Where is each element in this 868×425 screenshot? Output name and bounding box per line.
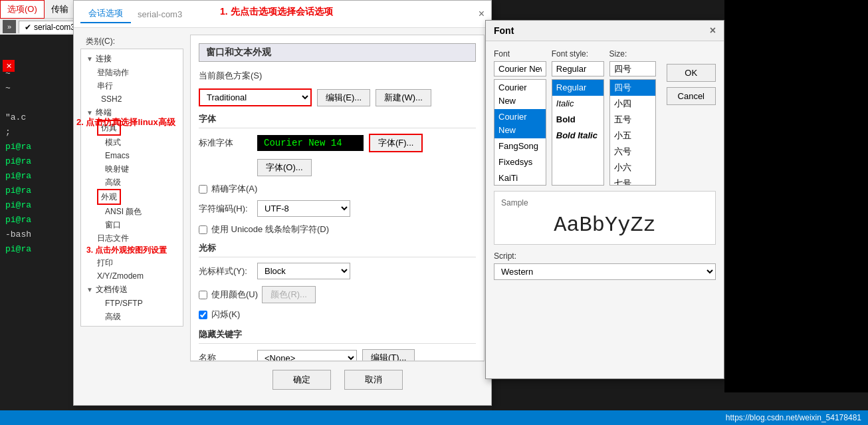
tree-log-file[interactable]: 日志文件 [81,231,183,245]
size-qihao[interactable]: 七号 [610,176,655,186]
font-action-buttons: OK Cancel [667,64,716,105]
edit-btn[interactable]: 编辑(E)... [317,89,370,106]
style-col: Font style: Regular Italic Bold Bold Ita… [552,49,604,186]
cancel-button[interactable]: 取消 [344,370,403,390]
cursor-color-btn[interactable]: 颜色(R)... [262,286,316,303]
encoding-select[interactable]: UTF-8 [257,200,350,217]
tree-connection-header[interactable]: ▼ 连接 [81,52,183,66]
font-name-input[interactable] [494,61,546,76]
dialog-title-bar: 会话选项 serial-com3 1. 先点击选项选择会话选项 × [74,1,491,28]
encoding-label: 字符编码(H): [199,203,252,215]
font-ok-btn[interactable]: OK [667,64,716,82]
tree-advanced2[interactable]: 高级 [81,310,183,323]
cursor-blink-checkbox[interactable] [199,311,207,319]
status-bar: https://blog.csdn.net/weixin_54178481 [0,410,868,425]
font-dialog-body: Font Courier New Courier New FangSong Fi… [486,41,724,288]
appearance-highlighted[interactable]: 外观 [97,189,121,205]
color-scheme-input-row: Traditional 编辑(E)... 新建(W)... [199,88,476,106]
tree-connection-label: 连接 [96,53,112,65]
status-url: https://blog.csdn.net/weixin_54178481 [726,413,861,422]
size-col-label: Size: [609,49,656,59]
cursor-color-row: 使用颜色(U) 颜色(R)... [199,286,476,303]
red-x-button[interactable]: ✕ [3,60,15,72]
style-bold[interactable]: Bold [552,112,603,128]
font-dialog-main: Font Courier New Courier New FangSong Fi… [494,49,716,186]
font-section-label: 字体 [199,113,476,128]
font-o-btn[interactable]: 字体(O)... [257,159,312,176]
cursor-label: 光标 [199,242,476,257]
sample-section: Sample AaBbYyZz [494,191,716,245]
precise-font-checkbox[interactable] [199,185,207,194]
new-btn[interactable]: 新建(W)... [376,89,431,106]
tree-print[interactable]: 打印 [81,256,183,269]
tree-terminal-label: 终端 [96,107,112,118]
tree-advanced[interactable]: 高级 [81,176,183,189]
font-dialog-close[interactable]: × [710,25,716,37]
font-f-btn[interactable]: 字体(F)... [369,134,423,152]
size-liuhao[interactable]: 六号 [610,144,655,160]
style-italic[interactable]: Italic [552,96,603,112]
tree-appearance[interactable]: 外观 [81,189,183,205]
emulation-highlighted[interactable]: 仿真 [97,120,121,136]
dialog-footer: 确定 取消 [190,361,485,398]
menu-transfer[interactable]: 传输 [45,1,75,18]
name-label: 名称 [199,352,252,361]
tree-mode[interactable]: 模式 [81,136,183,149]
size-xiaowu[interactable]: 小五 [610,128,655,144]
precise-font-label: 精确字体(A) [211,183,257,195]
cursor-section: 光标 光标样式(Y): Block 使用颜色(U) 颜色(R)... [199,242,476,321]
cursor-blink-label: 闪烁(K) [211,309,240,321]
size-xiaosi[interactable]: 小四 [610,96,655,112]
session-tab-title: serial-com3 [34,23,75,32]
size-xiaoliu[interactable]: 小六 [610,160,655,176]
ok-button[interactable]: 确定 [272,370,331,390]
double-arrow-btn[interactable]: » [3,20,16,33]
color-scheme-select[interactable]: Traditional [199,88,312,106]
font-list-item-fixedsys[interactable]: Fixedsys [494,154,546,170]
dialog-tab-session[interactable]: 会话选项 [80,5,131,23]
menu-options[interactable]: 选项(O) [0,0,45,19]
size-input[interactable] [609,61,656,76]
edit-t-btn[interactable]: 编辑(T)... [362,349,415,361]
font-list-item-fangsong[interactable]: FangSong [494,138,546,154]
font-list-item-couriernew2[interactable]: Courier New [494,109,546,138]
style-bold-italic[interactable]: Bold Italic [552,128,603,144]
tree-emacs[interactable]: Emacs [81,149,183,162]
tree-ssh2[interactable]: SSH2 [81,92,183,106]
tree-terminal-header[interactable]: ▼ 终端 [81,106,183,120]
expand-icon-terminal: ▼ [86,109,93,116]
font-col-label: Font [494,49,546,59]
tree-serial[interactable]: 串行 [81,79,183,92]
font-list[interactable]: Courier New Courier New FangSong Fixedsy… [494,79,546,186]
style-list[interactable]: Regular Italic Bold Bold Italic [552,79,604,186]
tree-login-action[interactable]: 登陆动作 [81,66,183,79]
cursor-color-checkbox[interactable] [199,291,207,299]
font-list-item-kaiti[interactable]: KaiTi [494,170,546,186]
script-label: Script: [494,251,716,261]
tree-emulation[interactable]: 仿真 [81,120,183,136]
font-cancel-btn[interactable]: Cancel [667,87,716,105]
size-sihao[interactable]: 四号 [610,80,655,96]
name-select[interactable]: <None> [257,350,357,362]
script-select[interactable]: Western [494,263,716,280]
tree-window[interactable]: 窗口 [81,218,183,231]
tree-panel: ▼ 连接 登陆动作 串行 SSH2 ▼ 终端 仿真 模式 Emacs 映射键 高… [80,49,183,327]
style-regular[interactable]: Regular [552,80,603,96]
font-dialog: Font × Font Courier New Courier New Fang… [485,20,724,379]
unicode-row: 使用 Unicode 线条绘制字符(D) [199,223,476,235]
unicode-checkbox[interactable] [199,225,207,234]
color-scheme-label: 当前颜色方案(S) [199,70,262,82]
tree-file-transfer-header[interactable]: ▼ 文档传送 [81,283,183,297]
tree-ansi-color[interactable]: ANSI 颜色 [81,205,183,218]
size-wuhao[interactable]: 五号 [610,112,655,128]
tree-mapping-key[interactable]: 映射键 [81,162,183,176]
cursor-style-label: 光标样式(Y): [199,265,252,277]
tree-xyz[interactable]: X/Y/Zmodem [81,269,183,283]
tree-ftp-sftp[interactable]: FTP/SFTP [81,297,183,310]
size-list[interactable]: 四号 小四 五号 小五 六号 小六 七号 [609,79,656,186]
style-input[interactable] [552,61,604,76]
name-row: 名称 <None> 编辑(T)... [199,349,476,361]
dialog-close-button[interactable]: × [479,8,485,20]
font-list-item-couriernew1[interactable]: Courier New [494,80,546,109]
cursor-style-select[interactable]: Block [257,263,350,279]
